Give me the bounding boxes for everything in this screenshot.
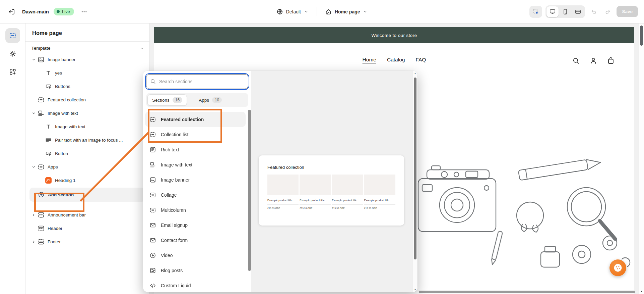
chevron-up-icon[interactable]: [139, 46, 144, 51]
tree-item[interactable]: Image banner: [29, 53, 145, 66]
preview-product-tile: Example product title£19.99 GBP: [300, 175, 331, 209]
section-option-label: Email signup: [161, 223, 188, 228]
rail-item-settings-gear[interactable]: [5, 46, 20, 61]
inspect-button[interactable]: [529, 6, 542, 18]
tree-item-label: Pair text with an image to focus ...: [55, 138, 123, 143]
activity-rail: [0, 23, 25, 294]
tile-divider: [267, 204, 299, 205]
product-price: £19.99 GBP: [332, 207, 363, 209]
tree-item[interactable]: Featured collection: [29, 93, 145, 106]
horizontal-scrollbar-thumb[interactable]: [419, 291, 635, 293]
window-scrollbar[interactable]: ▼: [639, 23, 644, 294]
topbar-divider: [317, 7, 317, 16]
search-icon[interactable]: [572, 57, 580, 65]
live-label: Live: [62, 9, 70, 14]
tile-divider: [300, 204, 331, 205]
section-option[interactable]: Email signup: [145, 217, 246, 233]
cookie-consent-button[interactable]: [609, 259, 626, 276]
list-scrollbar-thumb[interactable]: [248, 110, 251, 271]
search-sections-input[interactable]: [146, 74, 248, 89]
tab-apps[interactable]: Apps10: [194, 95, 226, 105]
mobile-view-button[interactable]: [559, 6, 571, 17]
tree-item[interactable]: Announcement bar: [29, 208, 145, 222]
tree-item[interactable]: yes: [29, 66, 145, 80]
nav-link-home[interactable]: Home: [363, 57, 376, 63]
chevron-right-icon[interactable]: [29, 212, 38, 217]
template-group-label: Template: [31, 46, 50, 51]
scrollbar-down-arrow-icon[interactable]: ▼: [639, 290, 644, 293]
section-option[interactable]: Contact form: [145, 233, 246, 248]
section-option[interactable]: Collection list: [145, 127, 246, 142]
home-icon: [325, 8, 332, 15]
section-option[interactable]: Image banner: [145, 172, 246, 187]
paragraph-icon: [45, 137, 52, 144]
fixed-section-tree: Announcement barHeaderFooter: [25, 208, 149, 248]
app-block-icon: [45, 177, 52, 184]
cart-icon[interactable]: [607, 57, 615, 65]
section-option[interactable]: Video: [145, 248, 246, 263]
section-option[interactable]: Rich text: [145, 142, 246, 157]
section-icon: [149, 192, 156, 198]
chevron-down-icon: [363, 9, 368, 14]
tree-item[interactable]: Buttons: [29, 80, 145, 93]
window-scrollbar-thumb[interactable]: [640, 26, 643, 46]
email-icon: [149, 222, 156, 229]
chevron-down-icon[interactable]: [29, 57, 38, 62]
section-option[interactable]: Image with text: [145, 157, 246, 172]
locale-selector[interactable]: Default: [274, 6, 311, 17]
tile-divider: [364, 204, 395, 205]
rail-item-sections[interactable]: [5, 28, 20, 43]
image-with-text-icon: [149, 161, 156, 168]
footer-section-icon: [38, 238, 45, 245]
product-title: Example product title: [267, 199, 299, 202]
section-preview-card: Featured collection Example product titl…: [259, 155, 404, 226]
tree-item[interactable]: Image with text: [29, 120, 145, 133]
chevron-down-icon: [304, 9, 309, 14]
chevron-down-icon[interactable]: [29, 164, 38, 169]
preview-product-tile: Example product title£19.99 GBP: [267, 175, 299, 209]
nav-link-catalog[interactable]: Catalog: [387, 57, 405, 63]
section-option[interactable]: Collage: [145, 187, 246, 202]
section-option-label: Image with text: [161, 162, 192, 167]
account-icon[interactable]: [589, 57, 597, 65]
tree-item[interactable]: Header: [29, 222, 145, 235]
more-actions-button[interactable]: [79, 6, 89, 17]
add-section-button[interactable]: Add section: [29, 188, 145, 202]
tree-item[interactable]: Footer: [29, 235, 145, 248]
nav-link-faq[interactable]: FAQ: [415, 57, 426, 63]
save-button[interactable]: Save: [617, 6, 638, 17]
section-option[interactable]: Multicolumn: [145, 202, 246, 217]
chevron-down-icon[interactable]: [29, 111, 38, 116]
desktop-view-button[interactable]: [546, 6, 559, 17]
email-icon: [149, 237, 156, 244]
section-option-label: Video: [161, 253, 173, 258]
tab-count-badge: 10: [212, 97, 222, 103]
tree-item[interactable]: Heading 1: [29, 174, 145, 187]
inspect-cursor-icon: [532, 8, 539, 15]
section-option[interactable]: Blog posts: [145, 263, 246, 278]
phone-icon: [562, 8, 569, 15]
chevron-right-icon[interactable]: [29, 239, 38, 244]
undo-button[interactable]: [588, 6, 599, 17]
section-option[interactable]: Custom Liquid: [145, 278, 246, 292]
tab-label: Apps: [199, 98, 209, 103]
product-title: Example product title: [364, 199, 395, 202]
tree-item[interactable]: Apps: [29, 160, 145, 174]
tree-item[interactable]: Pair text with an image to focus ...: [29, 133, 145, 147]
rail-item-apps[interactable]: [5, 64, 20, 79]
redo-button[interactable]: [602, 6, 613, 17]
section-option-label: Collage: [161, 192, 177, 198]
popup-scrollbar-thumb[interactable]: [414, 78, 416, 259]
section-option[interactable]: Featured collection: [145, 112, 246, 127]
tree-item-label: Heading 1: [55, 178, 76, 183]
tree-item[interactable]: Button: [29, 147, 145, 160]
add-section-label: Add section: [48, 192, 74, 197]
tree-item[interactable]: Image with text: [29, 106, 145, 120]
exit-editor-button[interactable]: [6, 6, 17, 17]
fullwidth-view-button[interactable]: [572, 6, 584, 17]
page-selector[interactable]: Home page: [322, 6, 370, 17]
list-scrollbar[interactable]: [248, 110, 251, 289]
popup-scrollbar[interactable]: ▲ ▼: [412, 71, 417, 292]
tree-item-label: Announcement bar: [48, 212, 86, 217]
tab-sections[interactable]: Sections16: [147, 94, 187, 106]
